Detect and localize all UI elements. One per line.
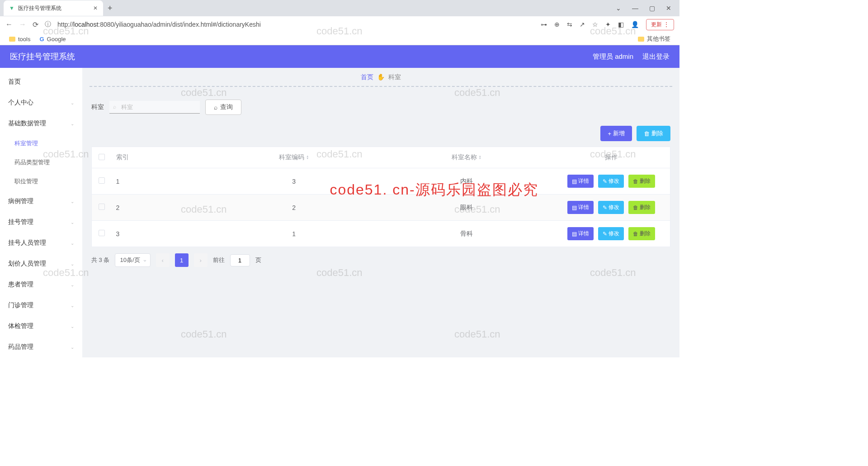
sidebar-item[interactable]: 病例管理⌄ [0, 191, 82, 212]
browser-chrome: ▼ 医疗挂号管理系统 ✕ + ⌄ — ▢ ✕ ← → ⟳ ⓘ http://lo… [0, 0, 679, 45]
tab-bar: ▼ 医疗挂号管理系统 ✕ + ⌄ — ▢ ✕ [0, 0, 679, 16]
page-number-1[interactable]: 1 [175, 253, 189, 267]
sidebar-subitem[interactable]: 药品类型管理 [0, 153, 82, 172]
pencil-icon: ✎ [603, 204, 607, 211]
col-ops: 操作 [553, 147, 670, 168]
pencil-icon: ✎ [603, 178, 607, 185]
close-icon[interactable]: ✕ [93, 5, 98, 11]
cell-code: 2 [208, 195, 380, 221]
detail-button[interactable]: ▤详情 [567, 201, 594, 214]
doc-icon: ▤ [572, 204, 577, 211]
sidebar-subitem[interactable]: 职位管理 [0, 172, 82, 191]
chevron-down-icon: ⌄ [71, 199, 74, 204]
search-icon: ⌕ [113, 104, 116, 110]
row-delete-button[interactable]: 🗑删除 [628, 175, 655, 188]
sidebar-item[interactable]: 划价人员管理⌄ [0, 253, 82, 274]
chevron-down-icon: ⌄ [71, 220, 74, 225]
pencil-icon: ✎ [603, 231, 607, 237]
search-label: 科室 [91, 103, 104, 111]
extensions-icon[interactable]: ✦ [605, 21, 611, 28]
edit-button[interactable]: ✎修改 [598, 201, 624, 214]
google-icon: G [39, 36, 44, 43]
bookmark-google[interactable]: GGoogle [39, 36, 66, 43]
breadcrumb-home[interactable]: 首页 [361, 73, 373, 81]
info-icon[interactable]: ⓘ [45, 20, 51, 29]
breadcrumb-current: 科室 [388, 73, 401, 81]
translate-icon[interactable]: ⇆ [567, 21, 572, 28]
sidebar-item[interactable]: 基础数据管理⌄ [0, 113, 82, 134]
table-row: 3 1 骨科 ▤详情 ✎修改 🗑删除 [92, 221, 670, 247]
sidebar-item[interactable]: 患者管理⌄ [0, 274, 82, 295]
app-title: 医疗挂号管理系统 [10, 51, 75, 62]
sidebar-item[interactable]: 挂号人员管理⌄ [0, 233, 82, 253]
chevron-down-icon: ⌄ [71, 121, 74, 126]
zoom-icon[interactable]: ⊕ [554, 21, 560, 28]
sidebar-item[interactable]: 药品管理⌄ [0, 337, 82, 357]
sidebar-item[interactable]: 体检管理⌄ [0, 316, 82, 337]
minimize-icon[interactable]: — [632, 5, 638, 12]
chevron-down-icon: ⌄ [71, 100, 74, 105]
browser-tab[interactable]: ▼ 医疗挂号管理系统 ✕ [4, 0, 103, 16]
edit-button[interactable]: ✎修改 [598, 175, 624, 188]
profile-icon[interactable]: 👤 [631, 21, 639, 28]
col-name[interactable]: 科室名称▲▼ [380, 147, 553, 168]
share-icon[interactable]: ↗ [580, 21, 585, 28]
detail-button[interactable]: ▤详情 [567, 227, 594, 240]
folder-icon [9, 37, 15, 42]
cell-name: 内科 [380, 168, 553, 195]
next-page-button[interactable]: › [194, 253, 208, 267]
tab-title: 医疗挂号管理系统 [18, 5, 61, 12]
sidebar-item[interactable]: 门诊管理⌄ [0, 295, 82, 316]
row-checkbox[interactable] [99, 177, 105, 184]
row-checkbox[interactable] [99, 204, 105, 210]
chevron-down-icon: ⌄ [71, 282, 74, 287]
new-tab-button[interactable]: + [108, 4, 113, 13]
panel-icon[interactable]: ◧ [618, 21, 624, 28]
sort-icon: ▲▼ [306, 155, 309, 160]
bookmark-other[interactable]: 其他书签 [638, 35, 670, 43]
close-window-icon[interactable]: ✕ [666, 5, 671, 12]
sidebar-subitem[interactable]: 科室管理 [0, 134, 82, 153]
delete-button[interactable]: 🗑删除 [637, 126, 670, 141]
trash-icon: 🗑 [633, 178, 638, 185]
bookmark-tools[interactable]: tools [9, 36, 30, 43]
table-row: 1 3 内科 ▤详情 ✎修改 🗑删除 [92, 168, 670, 195]
table-row: 2 2 眼科 ▤详情 ✎修改 🗑删除 [92, 195, 670, 221]
cell-index: 2 [112, 195, 208, 221]
reload-icon[interactable]: ⟳ [33, 20, 38, 29]
detail-button[interactable]: ▤详情 [567, 175, 594, 188]
maximize-icon[interactable]: ▢ [649, 5, 655, 12]
cell-code: 1 [208, 221, 380, 247]
sidebar-item[interactable]: 挂号管理⌄ [0, 212, 82, 233]
query-button[interactable]: ⌕ 查询 [205, 100, 241, 115]
key-icon[interactable]: ⊶ [541, 21, 547, 28]
star-icon[interactable]: ☆ [592, 21, 598, 28]
row-delete-button[interactable]: 🗑删除 [628, 201, 655, 214]
col-code[interactable]: 科室编码▲▼ [208, 147, 380, 168]
prev-page-button[interactable]: ‹ [156, 253, 170, 267]
row-checkbox[interactable] [99, 230, 105, 236]
search-input[interactable] [109, 101, 200, 114]
logout-link[interactable]: 退出登录 [642, 52, 670, 61]
edit-button[interactable]: ✎修改 [598, 227, 624, 240]
add-button[interactable]: +新增 [600, 126, 632, 141]
pagination: 共 3 条 10条/页 ‹ 1 › 前往 页 [91, 253, 670, 267]
goto-input[interactable] [230, 254, 250, 266]
doc-icon: ▤ [572, 231, 577, 237]
update-button[interactable]: 更新⋮ [646, 19, 674, 30]
cell-ops: ▤详情 ✎修改 🗑删除 [553, 168, 670, 195]
back-icon[interactable]: ← [5, 20, 13, 29]
address-bar: ← → ⟳ ⓘ http://localhost:8080/yiliaoguah… [0, 16, 679, 33]
sidebar-item[interactable]: 个人中心⌄ [0, 92, 82, 113]
chevron-down-icon[interactable]: ⌄ [616, 5, 621, 12]
row-delete-button[interactable]: 🗑删除 [628, 227, 655, 240]
user-label[interactable]: 管理员 admin [593, 52, 633, 61]
url-display[interactable]: http://localhost:8080/yiliaoguahao/admin… [57, 21, 261, 28]
select-all-checkbox[interactable] [99, 154, 105, 160]
cell-index: 3 [112, 221, 208, 247]
page-size-select[interactable]: 10条/页 [115, 253, 150, 267]
sidebar-item[interactable]: 首页 [0, 71, 82, 92]
chevron-down-icon: ⌄ [71, 241, 74, 246]
forward-icon[interactable]: → [19, 20, 26, 29]
app-header: 医疗挂号管理系统 管理员 admin 退出登录 [0, 45, 679, 68]
